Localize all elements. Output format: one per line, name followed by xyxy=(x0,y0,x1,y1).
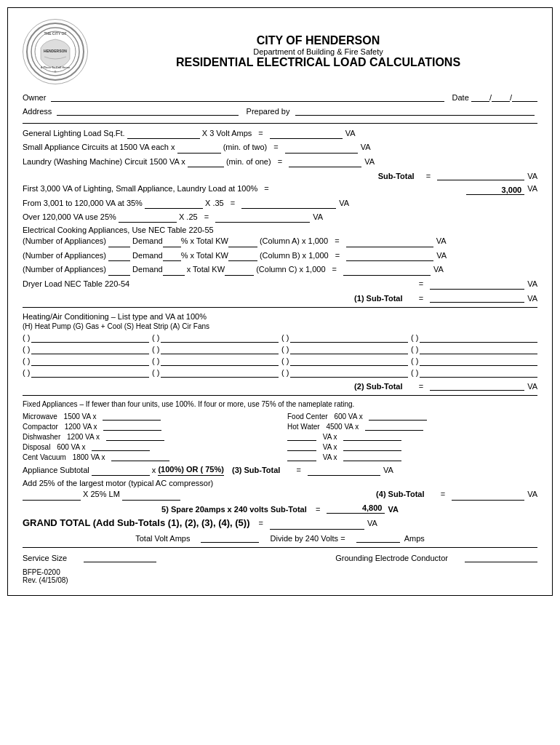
small-app-field[interactable] xyxy=(177,143,221,154)
date-month-field[interactable] xyxy=(471,92,489,102)
row3001-field[interactable] xyxy=(145,199,203,209)
volt-amps-field[interactable] xyxy=(201,533,259,543)
subtotal1-field[interactable] xyxy=(430,292,524,303)
hot-water-val: 4500 VA x xyxy=(326,423,359,431)
heating-label: Heating/Air Conditioning – List type and… xyxy=(23,312,537,321)
row3001-va: VA xyxy=(339,198,349,209)
service-size-field[interactable] xyxy=(84,552,156,562)
microwave-field[interactable] xyxy=(103,410,161,421)
laundry-result[interactable] xyxy=(289,157,361,167)
amps-field[interactable] xyxy=(356,533,400,543)
cooking1-result[interactable] xyxy=(346,237,433,247)
heat-field-4-4[interactable] xyxy=(420,367,537,378)
grand-total-field[interactable] xyxy=(270,519,364,530)
heat-field-2-1[interactable] xyxy=(31,344,149,354)
extra3-va[interactable] xyxy=(287,451,316,461)
row3001-result[interactable] xyxy=(241,199,336,209)
address-row: Address Prepared by xyxy=(23,105,537,116)
heat-field-1-4[interactable] xyxy=(420,332,537,343)
cooking2-num[interactable] xyxy=(108,251,130,261)
laundry-label: Laundry (Washing Machine) Circuit 1500 V… xyxy=(23,156,185,167)
heat-field-2-3[interactable] xyxy=(290,344,408,354)
over120-result[interactable] xyxy=(215,212,310,223)
cooking2-result[interactable] xyxy=(346,251,433,261)
cooking3-label: (Number of Appliances) xyxy=(23,264,106,275)
subtotal3-field[interactable] xyxy=(308,466,380,476)
grand-total-row: GRAND TOTAL (Add Sub-Totals (1), (2), (3… xyxy=(23,517,537,530)
cooking1-num[interactable] xyxy=(108,237,130,247)
extra-row3: VA x xyxy=(287,451,537,461)
heat-field-4-2[interactable] xyxy=(161,367,279,378)
app-subtotal-row: Appliance Subtotal x (100%) OR ( 75%) (3… xyxy=(23,464,537,476)
heat-field-3-2[interactable] xyxy=(161,356,279,366)
cent-vacuum-field[interactable] xyxy=(111,451,169,461)
cooking3-demand-field[interactable] xyxy=(163,266,185,276)
svg-text:®: ® xyxy=(55,70,57,73)
date-day-field[interactable] xyxy=(492,92,510,102)
heat-field-4-3[interactable] xyxy=(290,367,408,378)
extra2-va[interactable] xyxy=(287,441,316,451)
app-subtotal-pct: (100%) OR ( 75%) xyxy=(158,464,223,476)
heat-field-3-1[interactable] xyxy=(31,356,149,366)
compactor-field[interactable] xyxy=(103,421,161,431)
extra2-field[interactable] xyxy=(343,441,401,451)
cooking-row1: (Number of Appliances) Demand % x Total … xyxy=(23,236,537,247)
cent-vacuum-val: 1800 VA x xyxy=(73,453,105,461)
heat-field-2-4[interactable] xyxy=(420,344,537,354)
date-year-field[interactable] xyxy=(512,92,537,102)
extra1-va[interactable] xyxy=(287,431,316,441)
food-center-field[interactable] xyxy=(369,410,427,421)
small-app-result[interactable] xyxy=(285,143,358,154)
heat-field-1-3[interactable] xyxy=(290,332,408,343)
heat-field-3-4[interactable] xyxy=(420,356,537,366)
motor-field[interactable] xyxy=(23,490,81,501)
heat-row1-col1: ( ) xyxy=(23,332,149,343)
heat-row4-col3: ( ) xyxy=(281,367,408,378)
app-subtotal-field[interactable] xyxy=(92,466,150,476)
subtotal2-field[interactable] xyxy=(430,381,524,391)
lighting-result[interactable] xyxy=(270,129,343,139)
laundry-field[interactable] xyxy=(188,157,224,167)
amps-label: Amps xyxy=(404,534,425,543)
heat-field-1-2[interactable] xyxy=(161,332,279,343)
header-text: CITY OF HENDERSON Department of Building… xyxy=(99,34,537,69)
cooking2-demand-field[interactable] xyxy=(163,251,181,261)
heating-section: Heating/Air Conditioning – List type and… xyxy=(23,312,537,378)
address-field[interactable] xyxy=(57,105,239,116)
cooking3-result[interactable] xyxy=(343,266,431,276)
cooking1-demand-field[interactable] xyxy=(163,237,181,247)
cooking3-kw[interactable] xyxy=(225,266,254,276)
lighting-label: General Lighting Load Sq.Ft. xyxy=(23,128,125,139)
heat-field-4-1[interactable] xyxy=(31,367,149,378)
lighting-sqft-field[interactable] xyxy=(127,129,200,139)
subtotal-field[interactable] xyxy=(437,170,524,180)
heat-field-1-1[interactable] xyxy=(31,332,149,343)
extra3-field[interactable] xyxy=(343,451,401,461)
cooking1-kw[interactable] xyxy=(228,237,257,247)
dryer-result[interactable] xyxy=(430,279,524,290)
cooking2-kw[interactable] xyxy=(228,251,257,261)
header: THE CITY OF HENDERSON A Place To Call Ho… xyxy=(23,19,537,84)
extra1-field[interactable] xyxy=(343,431,401,441)
grounding-field[interactable] xyxy=(465,552,537,562)
over120-field[interactable] xyxy=(119,212,177,223)
heat-field-2-2[interactable] xyxy=(161,344,279,354)
cooking2-demand: Demand xyxy=(132,250,163,261)
heat-field-3-3[interactable] xyxy=(290,356,408,366)
small-app-label: Small Appliance Circuits at 1500 VA each… xyxy=(23,142,175,153)
hot-water-field[interactable] xyxy=(365,421,423,431)
subtotal4-field[interactable] xyxy=(452,490,524,501)
cooking3-num[interactable] xyxy=(108,266,130,276)
subtotal-va: VA xyxy=(527,172,537,180)
disposal-label: Disposal xyxy=(23,443,50,451)
food-center-row: Food Center 600 VA x xyxy=(287,410,537,421)
small-app-mid: (min. of two) xyxy=(223,142,268,153)
city-name: CITY OF HENDERSON xyxy=(99,34,537,47)
prepared-by-field[interactable] xyxy=(295,105,535,116)
dishwasher-field[interactable] xyxy=(106,431,164,441)
disposal-field[interactable] xyxy=(92,441,150,451)
svg-text:HENDERSON: HENDERSON xyxy=(44,49,67,53)
owner-field[interactable] xyxy=(51,92,444,102)
motor-lm-field[interactable] xyxy=(122,490,180,501)
over120-row: Over 120,000 VA use 25% X .25 = VA xyxy=(23,212,537,223)
